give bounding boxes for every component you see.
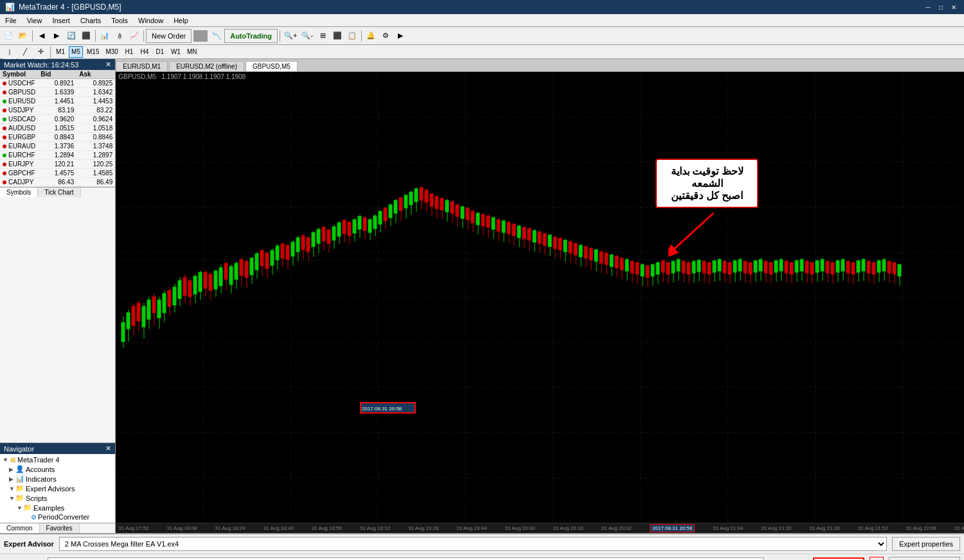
- tree-accounts[interactable]: ▶ 👤 Accounts: [0, 464, 115, 474]
- mw-tab-tick[interactable]: Tick Chart: [38, 188, 80, 197]
- market-watch-row-6[interactable]: EURGBP 0.8843 0.8846: [0, 133, 115, 142]
- market-watch-row-7[interactable]: EURAUD 1.3736 1.3748: [0, 142, 115, 151]
- period-dropdown-btn[interactable]: ▼: [870, 557, 884, 560]
- mw-tab-symbols[interactable]: Symbols: [0, 188, 38, 197]
- menu-charts[interactable]: Charts: [75, 14, 106, 26]
- svg-rect-213: [610, 255, 613, 267]
- navigator-close[interactable]: ✕: [105, 444, 111, 453]
- script-btn[interactable]: ▶: [393, 29, 407, 43]
- period-selector[interactable]: M5: [813, 557, 864, 560]
- svg-rect-251: [708, 263, 711, 274]
- tf-crosshair[interactable]: ✛: [33, 45, 48, 59]
- chart-candle-btn[interactable]: 🕯: [112, 29, 127, 43]
- autotrading-button[interactable]: AutoTrading: [224, 29, 278, 43]
- market-watch-row-4[interactable]: USDCAD 0.9620 0.9624: [0, 115, 115, 124]
- expert-props-button[interactable]: Expert properties: [892, 537, 960, 551]
- tf-w1[interactable]: W1: [168, 46, 183, 58]
- time-11: 31 Aug 20:32: [602, 525, 632, 531]
- market-watch-row-2[interactable]: EURUSD 1.4451 1.4453: [0, 97, 115, 106]
- market-watch-row-10[interactable]: GBPCHF 1.4575 1.4585: [0, 169, 115, 178]
- menu-tools[interactable]: Tools: [106, 14, 133, 26]
- tf-line-tool[interactable]: ╱: [18, 45, 32, 59]
- chart-tab-gbpusd-m5[interactable]: GBPUSD,M5: [245, 61, 298, 71]
- svg-rect-177: [517, 226, 521, 238]
- new-order-button[interactable]: New Order: [146, 29, 192, 43]
- tf-d1[interactable]: D1: [153, 46, 167, 58]
- templates-btn[interactable]: 📋: [345, 29, 359, 43]
- market-watch-row-11[interactable]: CADJPY 86.43 86.49: [0, 178, 115, 187]
- time-scale: 31 Aug 17:52 31 Aug 18:08 31 Aug 18:24 3…: [116, 523, 964, 533]
- nav-tab-common[interactable]: Common: [0, 523, 40, 533]
- mw-bid-6: 0.8843: [38, 133, 76, 141]
- time-17: 31 Aug 22:08: [906, 525, 936, 531]
- symbol-selector[interactable]: GBPUSD, Great Britain Pound vs US Dollar: [48, 557, 764, 560]
- refresh-btn[interactable]: 🔄: [64, 29, 78, 43]
- chart-zoom-icon: 📉: [210, 29, 224, 43]
- market-watch-row-8[interactable]: EURCHF 1.2894 1.2897: [0, 151, 115, 160]
- menu-help[interactable]: Help: [168, 14, 193, 26]
- menu-window[interactable]: Window: [133, 14, 168, 26]
- expert-btn[interactable]: ⚙: [379, 29, 393, 43]
- main-toolbar: 📄 📂 ◀ ▶ 🔄 ⬛ 📊 🕯 📈 New Order 📉 AutoTradin…: [0, 27, 964, 45]
- tree-indicators[interactable]: ▶ 📊 Indicators: [0, 474, 115, 484]
- tree-root[interactable]: ▼ 🖥 MetaTrader 4: [0, 455, 115, 464]
- tf-h1[interactable]: H1: [122, 46, 136, 58]
- svg-rect-295: [821, 259, 824, 271]
- menu-insert[interactable]: Insert: [47, 14, 75, 26]
- chart-tab-eurusd-m1[interactable]: EURUSD,M1: [116, 61, 168, 71]
- market-watch-row-0[interactable]: USDCHF 0.8921 0.8925: [0, 79, 115, 88]
- chart-props-btn[interactable]: ⊞: [316, 29, 330, 43]
- indicators-btn[interactable]: 🔔: [364, 29, 378, 43]
- menu-view[interactable]: View: [22, 14, 48, 26]
- timeframe-toolbar: | ╱ ✛ M1 M5 M15 M30 H1 H4 D1 W1 MN: [0, 45, 964, 59]
- minimize-button[interactable]: ─: [923, 2, 933, 12]
- market-watch-row-1[interactable]: GBPUSD 1.6339 1.6342: [0, 88, 115, 97]
- chart-line-btn[interactable]: 📈: [127, 29, 141, 43]
- zoom-in-btn[interactable]: 🔍+: [282, 29, 299, 43]
- tf-m15[interactable]: M15: [84, 46, 102, 58]
- chart-canvas[interactable]: GBPUSD,M5 1.1907 1.1908 1.1907 1.1908: [116, 72, 964, 523]
- tf-m1[interactable]: M1: [53, 46, 67, 58]
- ea-selector[interactable]: 2 MA Crosses Mega filter EA V1.ex4: [59, 537, 887, 551]
- new-btn[interactable]: 📄: [1, 29, 15, 43]
- svg-rect-133: [404, 195, 407, 208]
- tree-examples[interactable]: ▼ 📁 Examples: [0, 503, 115, 512]
- tf-m5[interactable]: M5: [69, 46, 83, 58]
- tf-h4[interactable]: H4: [138, 46, 152, 58]
- time-10: 31 Aug 20:16: [553, 525, 584, 531]
- svg-rect-233: [661, 261, 665, 272]
- open-btn[interactable]: 📂: [16, 29, 30, 43]
- tf-mn[interactable]: MN: [184, 46, 200, 58]
- objects-btn[interactable]: ⬛: [330, 29, 344, 43]
- chart-price-info: 1.1907 1.1908 1.1907 1.1908: [161, 73, 245, 80]
- stop-btn[interactable]: ⬛: [79, 29, 93, 43]
- tf-m30[interactable]: M30: [103, 46, 120, 58]
- tree-scripts[interactable]: ▼ 📁 Scripts: [0, 493, 115, 503]
- market-watch-row-3[interactable]: USDJPY 83.19 83.22: [0, 106, 115, 115]
- svg-rect-229: [651, 265, 654, 276]
- svg-rect-227: [646, 266, 649, 277]
- menu-file[interactable]: File: [0, 14, 22, 26]
- close-button[interactable]: ✕: [949, 2, 959, 12]
- market-watch-row-9[interactable]: EURJPY 120.21 120.25: [0, 160, 115, 169]
- chart-bar-btn[interactable]: 📊: [98, 29, 112, 43]
- forward-btn[interactable]: ▶: [49, 29, 64, 43]
- maximize-button[interactable]: □: [936, 2, 946, 12]
- symbol-props-button[interactable]: Symbol properties: [889, 557, 960, 560]
- tree-period-converter[interactable]: ⚙ PeriodConverter: [0, 512, 115, 521]
- chart-tab-eurusd-m2[interactable]: EURUSD,M2 (offline): [169, 61, 244, 71]
- back-btn[interactable]: ◀: [35, 29, 49, 43]
- market-watch-close[interactable]: ✕: [105, 60, 111, 69]
- market-watch-row-5[interactable]: AUDUSD 1.0515 1.0518: [0, 124, 115, 133]
- zoom-out-btn[interactable]: 🔍-: [299, 29, 315, 43]
- market-watch-header: Market Watch: 16:24:53 ✕: [0, 59, 115, 70]
- left-panel: Market Watch: 16:24:53 ✕ Symbol Bid Ask …: [0, 59, 116, 533]
- mw-bid-0: 0.8921: [38, 79, 76, 87]
- svg-rect-217: [620, 258, 623, 270]
- svg-rect-259: [728, 263, 731, 274]
- mw-bid-3: 83.19: [38, 106, 76, 114]
- tree-expert-advisors[interactable]: ▼ 📁 Expert Advisors: [0, 484, 115, 493]
- svg-rect-141: [425, 190, 428, 202]
- svg-rect-307: [852, 263, 855, 274]
- nav-tab-favorites[interactable]: Favorites: [40, 523, 80, 533]
